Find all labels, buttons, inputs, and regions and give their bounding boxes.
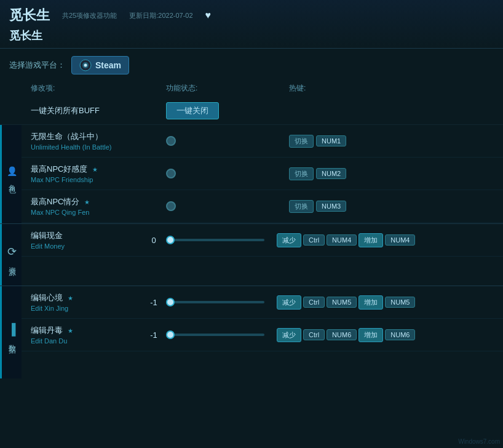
modifier-status (166, 169, 289, 178)
resources-icon: ⟳ (7, 245, 17, 258)
modifier-hotkey: 切换 NUM3 (289, 200, 494, 213)
data-label: 数据 (7, 338, 17, 342)
hotkey-type-2: 切换 (289, 200, 314, 213)
increase-button[interactable]: 增加 (358, 233, 383, 247)
slider-hotkeys: 减少 Ctrl NUM6 增加 NUM6 (277, 328, 494, 342)
onekey-label: 一键关闭所有BUFF (31, 105, 154, 116)
increase-button[interactable]: 增加 (358, 328, 383, 342)
steam-button[interactable]: Steam (71, 56, 129, 74)
slider-value: -1 (141, 298, 166, 307)
decrease-button[interactable]: 减少 (277, 328, 301, 342)
slider-track (166, 239, 264, 241)
slider-track (166, 334, 264, 336)
slider-value: 0 (141, 236, 166, 245)
column-headers: 修改项: 功能状态: 热键: (0, 79, 503, 97)
increase-num-key: NUM5 (385, 297, 415, 308)
slider-thumb[interactable] (166, 298, 175, 306)
modifier-name-cn: 无限生命（战斗中） (31, 131, 166, 142)
slider-value: -1 (141, 330, 166, 340)
decrease-num-key: NUM6 (327, 329, 357, 340)
decrease-ctrl-key: Ctrl (303, 234, 325, 246)
table-row: 最高NPC情分 ★ Max NPC Qing Fen 切换 NUM3 (22, 190, 503, 223)
modifier-status (166, 136, 289, 146)
resources-rows: 编辑现金 Edit Money 0 减少 Ctrl NUM4 增加 NUM4 (22, 224, 503, 286)
slider-control[interactable] (166, 334, 264, 336)
hotkey-key-2: NUM3 (316, 201, 346, 212)
favorite-icon[interactable]: ♥ (205, 10, 212, 21)
onekey-button[interactable]: 一键关闭 (166, 102, 219, 119)
modifier-name-cn: 最高NPC情分 ★ (31, 196, 166, 207)
slider-info: 编辑心境 ★ Edit Xin Jing (31, 292, 141, 312)
modifier-name-en: Edit Xin Jing (31, 305, 141, 312)
hotkey-type-1: 切换 (289, 167, 314, 180)
table-row: 最高NPC好感度 ★ Max NPC Friendship 切换 NUM2 (22, 158, 503, 190)
modifier-name-cn: 最高NPC好感度 ★ (31, 164, 166, 175)
hotkey-key-1: NUM2 (316, 168, 346, 179)
modifier-name-cn: 编辑丹毒 ★ (31, 325, 141, 336)
decrease-button[interactable]: 减少 (277, 233, 301, 247)
star-icon: ★ (68, 295, 73, 302)
col-header-name: 修改项: (31, 83, 166, 94)
resources-label: 资源 (7, 261, 17, 265)
star-icon: ★ (84, 199, 90, 206)
table-row: 编辑现金 Edit Money 0 减少 Ctrl NUM4 增加 NUM4 (22, 224, 503, 257)
platform-section: 选择游戏平台： Steam (0, 49, 503, 79)
character-label: 角色 (7, 178, 17, 182)
star-icon: ★ (68, 327, 73, 334)
slider-info: 编辑现金 Edit Money (31, 230, 141, 250)
decrease-num-key: NUM5 (327, 297, 357, 308)
modifier-hotkey: 切换 NUM2 (289, 167, 494, 180)
character-icon: 👤 (7, 166, 17, 176)
toggle-0[interactable] (166, 136, 176, 146)
slider-info: 编辑丹毒 ★ Edit Dan Du (31, 325, 141, 345)
modifier-info: 最高NPC好感度 ★ Max NPC Friendship (31, 164, 166, 183)
modifier-name-en: Edit Dan Du (31, 337, 141, 345)
modifier-name-en: Max NPC Qing Fen (31, 209, 166, 216)
modifier-name-cn: 编辑心境 ★ (31, 292, 141, 303)
decrease-button[interactable]: 减少 (277, 295, 301, 310)
slider-control[interactable] (166, 239, 264, 241)
watermark: Windows7.com (458, 438, 500, 445)
decrease-ctrl-key: Ctrl (303, 297, 325, 308)
steam-label: Steam (95, 60, 121, 70)
modifier-status (166, 201, 289, 211)
slider-thumb[interactable] (166, 236, 175, 244)
onekey-section: 一键关闭所有BUFF 一键关闭 (0, 97, 503, 125)
col-header-status: 功能状态: (166, 83, 289, 94)
toggle-1[interactable] (166, 169, 176, 178)
character-rows: 无限生命（战斗中） Unlimited Health (In Battle) 切… (22, 125, 503, 223)
increase-button[interactable]: 增加 (358, 295, 383, 310)
character-section: 👤 角色 无限生命（战斗中） Unlimited Health (In Batt… (0, 125, 503, 223)
feature-count: 共25项修改器功能 (62, 11, 117, 20)
modifier-name-en: Max NPC Friendship (31, 176, 166, 183)
modifier-info: 最高NPC情分 ★ Max NPC Qing Fen (31, 196, 166, 216)
hotkey-key-0: NUM1 (316, 135, 346, 146)
game-title: 觅长生 (9, 6, 50, 25)
table-row: 编辑丹毒 ★ Edit Dan Du -1 减少 Ctrl NUM6 增加 NU… (22, 319, 503, 351)
update-date: 更新日期:2022-07-02 (129, 11, 192, 20)
modifier-hotkey: 切换 NUM1 (289, 135, 494, 148)
col-header-hotkey: 热键: (289, 83, 494, 94)
modifier-name-en: Unlimited Health (In Battle) (31, 143, 166, 151)
slider-hotkeys: 减少 Ctrl NUM5 增加 NUM5 (277, 295, 494, 310)
sidebar-character: 👤 角色 (0, 125, 22, 223)
table-row: 无限生命（战斗中） Unlimited Health (In Battle) 切… (22, 125, 503, 158)
increase-num-key: NUM4 (385, 234, 415, 246)
platform-label: 选择游戏平台： (9, 60, 65, 71)
slider-hotkeys: 减少 Ctrl NUM4 增加 NUM4 (277, 233, 494, 247)
sidebar-resources: ⟳ 资源 (0, 224, 22, 286)
steam-logo-icon (79, 59, 92, 71)
game-subtitle: 觅长生 (9, 28, 494, 43)
header: 觅长生 共25项修改器功能 更新日期:2022-07-02 ♥ 觅长生 (0, 0, 503, 49)
data-icon: ▐ (8, 323, 16, 336)
data-section: ▐ 数据 编辑心境 ★ Edit Xin Jing -1 减少 Ctrl NUM… (0, 286, 503, 378)
slider-control[interactable] (166, 301, 264, 303)
resources-section: ⟳ 资源 编辑现金 Edit Money 0 减少 Ctrl NUM4 增加 N… (0, 224, 503, 286)
svg-point-2 (84, 64, 87, 67)
star-icon: ★ (92, 166, 98, 173)
modifier-name-en: Edit Money (31, 242, 141, 250)
data-rows: 编辑心境 ★ Edit Xin Jing -1 减少 Ctrl NUM5 增加 … (22, 286, 503, 378)
slider-track (166, 301, 264, 303)
slider-thumb[interactable] (166, 330, 175, 339)
toggle-2[interactable] (166, 201, 176, 211)
